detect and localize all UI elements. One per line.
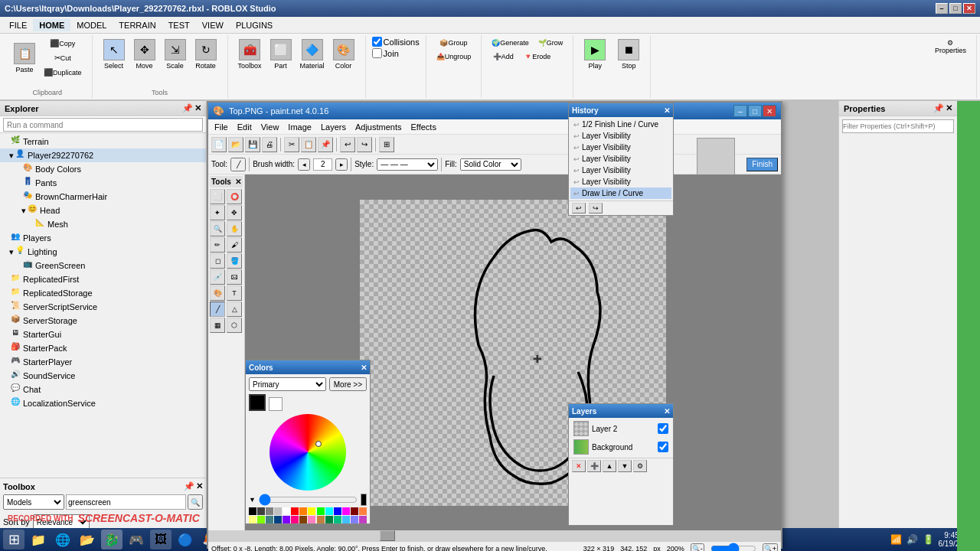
p24[interactable] <box>334 516 341 523</box>
pn-history-undo-btn[interactable]: ↩ <box>572 203 586 214</box>
scale-btn[interactable]: ⇲ Scale <box>160 37 191 72</box>
p4[interactable] <box>283 507 290 515</box>
pn-open-btn[interactable]: 📂 <box>228 137 243 152</box>
p15[interactable] <box>257 516 265 523</box>
pn-tool-zoom[interactable]: 🔍 <box>210 221 225 236</box>
properties-lock-icon[interactable]: 📌 <box>933 103 944 113</box>
pn-paste-btn[interactable]: 📌 <box>318 137 333 152</box>
toolbox-search-btn[interactable]: 🔍 <box>188 494 203 510</box>
taskbar-chrome[interactable]: 🔵 <box>175 530 196 549</box>
p23[interactable] <box>325 516 333 523</box>
tree-item-mesh[interactable]: 📐 Mesh <box>0 217 206 231</box>
command-input[interactable] <box>3 118 203 132</box>
menu-file[interactable]: FILE <box>3 19 33 31</box>
pn-zoom-slider[interactable] <box>710 545 756 552</box>
p14[interactable] <box>249 516 256 523</box>
paste-btn[interactable]: 📋 Paste <box>9 41 40 76</box>
pn-color-more-btn[interactable]: More >> <box>329 377 367 391</box>
duplicate-btn[interactable]: ⬛ Duplicate <box>40 66 86 79</box>
tree-item-pants[interactable]: 👖 Pants <box>0 176 206 190</box>
p6[interactable] <box>299 507 307 515</box>
pn-history-item-2[interactable]: Layer Visibility <box>570 142 671 153</box>
pn-brushwidth-input[interactable] <box>313 158 332 171</box>
toolbox-ribbon-btn[interactable]: 🧰 Toolbox <box>234 37 266 72</box>
tree-item-replicatedstorage[interactable]: 📁 ReplicatedStorage <box>0 286 206 300</box>
pn-menu-view[interactable]: View <box>256 121 284 133</box>
pn-brushwidth-down[interactable]: ◂ <box>298 158 310 171</box>
pn-history-item-6[interactable]: Draw Line / Curve <box>570 187 671 199</box>
menu-plugins[interactable]: PLUGINS <box>230 19 279 31</box>
p27[interactable] <box>359 516 367 523</box>
menu-test[interactable]: TEST <box>162 19 196 31</box>
tree-item-chat[interactable]: 💬 Chat <box>0 383 206 396</box>
pn-finish-btn[interactable]: Finish <box>746 158 778 171</box>
pn-tool-pan[interactable]: ✋ <box>227 221 242 236</box>
tree-item-startergui[interactable]: 🖥 StarterGui <box>0 328 206 341</box>
taskbar-paintnet[interactable]: 🖼 <box>150 530 172 549</box>
p1[interactable] <box>257 507 265 515</box>
tree-item-bodycolors[interactable]: 🎨 Body Colors <box>0 162 206 176</box>
p12[interactable] <box>351 507 358 515</box>
pn-tool-colorpick[interactable]: 💉 <box>210 269 225 285</box>
group-btn[interactable]: 📦 Group <box>433 37 475 49</box>
toolbox-category-select[interactable]: Models <box>3 494 64 510</box>
taskbar-roblox[interactable]: 🐉 <box>101 530 122 549</box>
pn-tool-line[interactable]: ╱ <box>210 302 225 317</box>
join-checkbox[interactable] <box>372 48 382 58</box>
paintnet-close-btn[interactable]: ✕ <box>763 105 776 117</box>
pn-tool-pencil[interactable]: ✏ <box>210 237 225 253</box>
pn-print-btn[interactable]: 🖨 <box>262 137 277 152</box>
pn-menu-image[interactable]: Image <box>283 121 316 133</box>
pn-h-scrollbar[interactable] <box>208 530 781 541</box>
paintnet-minimize-btn[interactable]: – <box>733 105 747 117</box>
pn-layer-add-btn[interactable]: ➕ <box>587 460 601 472</box>
select-btn[interactable]: ↖ Select <box>99 37 129 72</box>
pn-h-scrollbar-thumb[interactable] <box>380 530 395 541</box>
pn-tool-lasso[interactable]: ⭕ <box>227 189 242 204</box>
tree-item-localization[interactable]: 🌐 LocalizationService <box>0 396 206 410</box>
taskbar-files[interactable]: 📂 <box>77 530 98 549</box>
tree-item-starterplayer[interactable]: 🎮 StarterPlayer <box>0 355 206 369</box>
menu-terrain[interactable]: TERRAIN <box>113 19 162 31</box>
color-btn[interactable]: 🎨 Color <box>328 37 359 72</box>
pn-primary-swatch[interactable] <box>249 394 266 411</box>
erode-btn[interactable]: 🔻 Erode <box>520 51 554 63</box>
p3[interactable] <box>274 507 282 515</box>
tree-item-greenscreen[interactable]: 📺 GreenScreen <box>0 259 206 272</box>
copy-btn[interactable]: ⬛ Copy <box>40 37 86 50</box>
move-btn[interactable]: ✥ Move <box>129 37 160 72</box>
pn-copy-btn[interactable]: 📋 <box>301 137 316 152</box>
toolbox-search-input[interactable] <box>66 494 186 510</box>
pn-layerbg-visible[interactable] <box>658 442 668 452</box>
pn-undo-btn[interactable]: ↩ <box>340 137 355 152</box>
pn-style-select[interactable]: — — — <box>377 158 438 171</box>
tree-item-serverscript[interactable]: 📜 ServerScriptService <box>0 300 206 314</box>
pn-layer2-visible[interactable] <box>658 423 668 434</box>
material-btn[interactable]: 🔷 Material <box>296 37 328 72</box>
p25[interactable] <box>342 516 350 523</box>
menu-home[interactable]: HOME <box>33 19 70 31</box>
minimize-btn[interactable]: – <box>936 3 948 14</box>
pn-tool-rect-select[interactable]: ⬜ <box>210 189 225 204</box>
tree-item-hair[interactable]: 🎭 BrownCharmerHair <box>0 190 206 204</box>
cut-btn[interactable]: ✂ Cut <box>40 51 86 64</box>
pn-layer-props-btn[interactable]: ⚙ <box>633 460 647 472</box>
p0[interactable] <box>249 507 256 515</box>
collisions-checkbox[interactable] <box>372 37 382 47</box>
p5[interactable] <box>291 507 299 515</box>
pn-history-close[interactable]: ✕ <box>664 106 670 115</box>
pn-linecurve-icon[interactable]: ╱ <box>230 158 246 171</box>
pn-color-wheel[interactable] <box>270 414 346 491</box>
p11[interactable] <box>342 507 350 515</box>
pn-menu-layers[interactable]: Layers <box>316 121 351 133</box>
tree-item-head[interactable]: ▾ 😊 Head <box>0 204 206 217</box>
pn-layer-bg[interactable]: Background <box>570 438 671 456</box>
paintnet-maximize-btn[interactable]: □ <box>748 105 762 117</box>
pn-fill-select[interactable]: Solid Color <box>460 158 521 171</box>
explorer-lock-icon[interactable]: 📌 <box>182 103 193 113</box>
stop-btn[interactable]: ⏹ Stop <box>613 37 644 72</box>
pn-layers-close[interactable]: ✕ <box>664 407 670 416</box>
p9[interactable] <box>325 507 333 515</box>
pn-layer-up-btn[interactable]: ▲ <box>603 460 616 472</box>
pn-zoom-out-btn[interactable]: 🔍- <box>691 543 704 552</box>
